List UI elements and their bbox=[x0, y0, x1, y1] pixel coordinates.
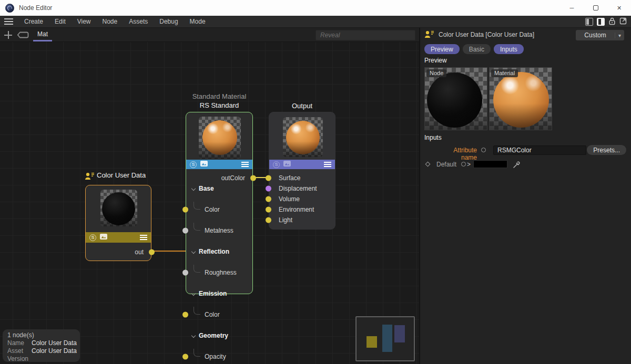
mode-dropdown[interactable]: Custom ▾ bbox=[576, 30, 624, 40]
menu-edit[interactable]: Edit bbox=[49, 16, 72, 27]
port-ring-icon[interactable] bbox=[461, 162, 466, 167]
port-ring-icon[interactable] bbox=[481, 148, 486, 152]
node-count: 1 node(s) bbox=[7, 331, 80, 339]
node-output[interactable]: S Surface Displacement Volume Environmen… bbox=[269, 112, 335, 230]
material-tag-icon[interactable] bbox=[17, 31, 29, 39]
port-label: Light bbox=[279, 216, 292, 224]
node-menu-icon[interactable] bbox=[140, 235, 147, 240]
eyedropper-icon[interactable] bbox=[513, 160, 521, 170]
attribute-inspector: Color User Data [Color User Data] Custom… bbox=[419, 28, 631, 364]
node-bar-color-user-data: S bbox=[86, 232, 151, 243]
info-label-name: Name bbox=[7, 339, 32, 347]
diamond-icon[interactable] bbox=[425, 162, 431, 167]
group-row-reflection[interactable]: Reflection bbox=[186, 246, 252, 257]
toggle-left-panel-icon[interactable] bbox=[585, 18, 593, 26]
input-port-volume[interactable] bbox=[266, 196, 271, 202]
expand-arrow-icon[interactable]: > bbox=[467, 161, 471, 168]
menu-assets[interactable]: Assets bbox=[123, 16, 154, 27]
input-port-displacement[interactable] bbox=[266, 186, 271, 192]
basic-toggle-button[interactable]: Basic bbox=[463, 44, 491, 54]
group-label: Emission bbox=[199, 290, 227, 297]
hamburger-menu-icon[interactable] bbox=[4, 18, 13, 25]
tab-mat[interactable]: Mat bbox=[33, 28, 52, 41]
window-title: Node Editor bbox=[19, 4, 52, 12]
node-bar-output: S bbox=[269, 160, 335, 169]
port-label: Color bbox=[205, 311, 220, 318]
port-row-surface: Surface bbox=[269, 173, 335, 183]
wire-out-to-emission-color[interactable] bbox=[151, 251, 186, 252]
maximize-icon bbox=[593, 5, 598, 11]
attribute-name-input[interactable] bbox=[493, 145, 586, 155]
presets-button[interactable]: Presets... bbox=[587, 145, 626, 155]
node-rs-standard[interactable]: S outColor Base Color Metalness Reflecti… bbox=[186, 112, 253, 294]
inputs-toggle-button[interactable]: Inputs bbox=[494, 44, 524, 54]
node-menu-icon[interactable] bbox=[324, 162, 331, 167]
attribute-name-label: Attribute name bbox=[436, 147, 477, 161]
menu-node[interactable]: Node bbox=[97, 16, 124, 27]
input-port-color[interactable] bbox=[182, 207, 188, 213]
info-label-asset: Asset bbox=[7, 347, 32, 355]
output-port-outcolor[interactable] bbox=[250, 175, 256, 181]
node-thumbnail-black-sphere bbox=[100, 190, 137, 226]
menu-mode[interactable]: Mode bbox=[184, 16, 211, 27]
group-row-emission[interactable]: Emission bbox=[186, 288, 252, 299]
close-button[interactable]: ✕ bbox=[607, 0, 631, 16]
solo-icon[interactable]: S bbox=[190, 161, 197, 168]
port-label: Metalness bbox=[205, 227, 233, 234]
node-title-rs-standard: RS Standard bbox=[186, 101, 253, 109]
lock-icon[interactable] bbox=[608, 17, 616, 27]
menu-debug[interactable]: Debug bbox=[154, 16, 184, 27]
port-row-emission-color: Color bbox=[186, 309, 252, 320]
menu-create[interactable]: Create bbox=[18, 16, 49, 27]
default-label: Default bbox=[436, 161, 456, 168]
solo-icon[interactable]: S bbox=[273, 161, 280, 168]
menu-bar: Create Edit View Node Assets Debug Mode bbox=[0, 16, 631, 28]
navigator-minimap[interactable] bbox=[355, 316, 415, 361]
group-row-base[interactable]: Base bbox=[186, 183, 252, 194]
image-icon[interactable] bbox=[100, 234, 107, 241]
chevron-down-icon bbox=[191, 186, 196, 191]
close-icon: ✕ bbox=[617, 5, 622, 12]
node-title-color-user-data: Color User Data bbox=[97, 171, 146, 179]
node-title-output: Output bbox=[269, 102, 335, 110]
solo-icon[interactable]: S bbox=[89, 234, 96, 241]
image-icon[interactable] bbox=[200, 161, 208, 168]
add-tab-icon[interactable] bbox=[4, 31, 12, 39]
node-color-user-data[interactable]: S out bbox=[85, 185, 151, 261]
minimap-node-rs-standard bbox=[382, 325, 392, 352]
port-row-opacity: Opacity bbox=[186, 351, 252, 362]
preview-thumb-material: Material bbox=[489, 67, 552, 130]
chevron-down-icon bbox=[191, 334, 196, 338]
info-label-version: Version bbox=[7, 355, 32, 363]
default-color-swatch[interactable] bbox=[473, 160, 507, 168]
node-menu-icon[interactable] bbox=[241, 162, 249, 167]
port-row-color: Color bbox=[186, 204, 252, 215]
input-port-roughness[interactable] bbox=[182, 270, 188, 276]
port-label: Surface bbox=[279, 174, 300, 182]
node-bar-rs-standard: S bbox=[186, 160, 252, 169]
search-input[interactable] bbox=[316, 30, 415, 40]
maximize-button[interactable] bbox=[584, 0, 607, 16]
mode-dropdown-value: Custom bbox=[576, 32, 615, 39]
input-port-emission-color[interactable] bbox=[182, 312, 188, 318]
input-port-light[interactable] bbox=[266, 217, 271, 223]
input-port-metalness[interactable] bbox=[182, 228, 188, 234]
output-port-out[interactable] bbox=[149, 249, 155, 255]
group-label: Geometry bbox=[199, 332, 228, 339]
menu-view[interactable]: View bbox=[72, 16, 97, 27]
port-row-displacement: Displacement bbox=[269, 183, 335, 194]
preview-thumb-label: Material bbox=[491, 69, 518, 77]
input-port-opacity[interactable] bbox=[182, 354, 188, 360]
minimap-node-color-user-data bbox=[367, 336, 377, 348]
toggle-right-panel-icon[interactable] bbox=[597, 18, 605, 26]
input-port-surface[interactable] bbox=[266, 175, 271, 181]
node-canvas[interactable]: Color User Data S out bbox=[0, 42, 419, 364]
group-row-geometry[interactable]: Geometry bbox=[186, 330, 252, 341]
popout-window-icon[interactable] bbox=[619, 17, 627, 26]
preview-toggle-button[interactable]: Preview bbox=[424, 44, 460, 54]
minimize-button[interactable]: ─ bbox=[560, 0, 584, 16]
input-port-environment[interactable] bbox=[266, 207, 271, 213]
chevron-down-icon bbox=[191, 292, 196, 296]
image-icon[interactable] bbox=[283, 161, 291, 168]
inspector-title: Color User Data [Color User Data] bbox=[439, 31, 534, 38]
